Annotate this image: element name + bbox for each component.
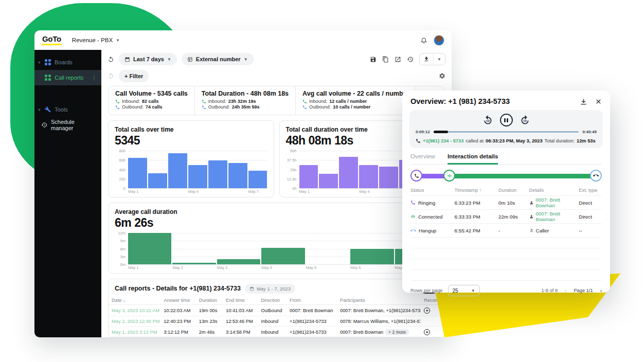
table-row[interactable]: May 1, 2023 3:12 PM 3:12:12 PM 2m 46s 3:… [109,327,444,338]
sidebar-item-call-reports[interactable]: Call reports ⋮ [34,70,101,85]
col-end-time[interactable]: End time [223,296,258,305]
wrench-icon [45,106,51,113]
pause-button[interactable] [500,114,513,126]
bar[interactable] [148,173,167,188]
chevron-down-icon: ▼ [244,57,248,62]
bar[interactable] [208,160,227,188]
col-timestamp[interactable]: Timestamp ↑ [455,188,499,193]
date-range-badge[interactable]: May 1 - 7, 2023 [245,284,295,294]
bar[interactable] [261,248,305,264]
download-split-button[interactable]: ▼ [419,53,445,65]
called-at-value: 06:33:23 PM, May 3, 2023 [486,138,543,143]
bar[interactable] [319,174,338,188]
download-icon[interactable] [420,53,433,65]
interaction-row[interactable]: Connected 6:33:33 PM 22m 09s 0007: Brett… [410,210,602,224]
sidebar-item-tools[interactable]: ▼ Tools [34,102,101,117]
bar[interactable] [339,157,358,188]
interaction-row[interactable]: Ringing 6:33:23 PM 0m 10s 0007: Brett Bo… [410,196,602,210]
cell-date[interactable]: May 3, 2023 10:21 AM [109,305,160,316]
col-direction[interactable]: Direction [258,296,287,305]
sidebar: ▼ Boards Call reports ⋮ ▼ Tools [34,50,101,337]
sidebar-item-schedule-manager[interactable]: Schedule manager [34,117,101,133]
chevron-down-icon[interactable]: ▼ [433,53,445,65]
date-range-filter[interactable]: Last 7 days ▼ [119,53,177,65]
call-timeline [410,170,602,182]
col-ext-type[interactable]: Ext. type [579,188,602,193]
bar[interactable] [217,259,260,264]
play-recording-icon[interactable] [424,307,430,314]
bar[interactable] [228,163,247,188]
page-size-select[interactable]: 25 ▼ [448,285,480,296]
col-from[interactable]: From [287,296,337,305]
cell-participants: 0007: Brett Bowman [340,330,383,335]
save-icon[interactable] [370,56,377,63]
duration: 0m 10s [498,200,529,206]
sidebar-item-boards[interactable]: ▼ Boards [34,55,101,70]
connected-audio-icon[interactable] [443,170,455,182]
table-row[interactable]: May 2, 2023 12:40 PM 12:40:23 PM 13m 23s… [109,316,444,327]
col-answer-time[interactable]: Answer time [160,296,196,305]
cell-date[interactable]: May 2, 2023 12:40 PM [109,316,160,327]
bar[interactable] [350,249,393,265]
bars [128,233,438,264]
tab-interaction-details[interactable]: Interaction details [448,153,498,165]
ringing-icon [410,200,416,205]
bar[interactable] [188,165,207,188]
bar[interactable] [168,153,187,188]
extension-link[interactable]: 0007: Brett Bowman [535,211,579,222]
add-filter-button[interactable]: + Filter [119,70,149,82]
bar[interactable] [379,167,398,188]
cell-duration: 19m 00s [196,305,223,316]
bar[interactable] [128,233,171,264]
tab-overview[interactable]: Overview [410,153,435,164]
caret-down-icon: ▼ [38,108,41,112]
copy-icon[interactable] [382,56,389,63]
empty-row [410,259,602,270]
history-icon[interactable] [407,56,414,63]
bar[interactable] [172,263,216,264]
bar[interactable] [299,165,318,188]
table-row[interactable]: May 3, 2023 10:21 AM 10:22:03 AM 19m 00s… [109,305,444,316]
bar[interactable] [248,171,267,188]
breakdown-filter[interactable]: External number ▼ [182,53,254,65]
export-icon[interactable] [395,56,401,63]
kebab-menu-icon[interactable]: ⋮ [92,75,97,81]
inbound-label: Inbound: [208,99,226,104]
timestamp: 6:33:23 PM [455,200,499,206]
download-icon[interactable] [580,98,587,105]
extension-link[interactable]: 0007: Brett Bowman [535,197,579,208]
col-duration[interactable]: Duration [498,188,529,193]
caller-number[interactable]: +1(981) 234 - 5733 [423,138,463,143]
seek-bar[interactable] [434,131,579,133]
col-duration[interactable]: Duration [196,296,223,305]
col-date[interactable]: Date ↓ [109,296,160,305]
bar[interactable] [359,165,378,188]
call-detail-panel: Overview: +1 (981) 234-5733 10 10 0:05:1… [402,90,610,293]
col-status[interactable]: Status [410,188,455,193]
y-tick: 25h [290,167,297,172]
col-details[interactable]: Details [529,188,579,193]
hangup-phone-icon[interactable] [590,170,602,182]
inbound-label: Inbound: [122,99,140,104]
interaction-row[interactable]: Hangup 6:55:42 PM - Caller -- [410,224,602,238]
play-recording-icon[interactable] [424,329,430,335]
workspace-switcher[interactable]: Revenue - PBX ▼ [72,37,120,43]
inbound-call-icon [202,99,206,104]
more-participants-badge[interactable]: + 2 more [385,329,409,335]
gridline [128,264,438,265]
chart-value: 5345 [115,134,267,148]
close-icon[interactable] [595,98,602,105]
next-page-icon[interactable]: › [600,288,602,294]
gear-icon[interactable] [439,73,445,79]
ringing-phone-icon[interactable] [410,170,422,182]
refresh-icon[interactable] [108,56,114,63]
bar[interactable] [128,158,147,188]
forward-10-icon[interactable]: 10 [520,115,530,125]
cell-date[interactable]: May 1, 2023 3:12 PM [109,327,160,338]
prev-page-icon[interactable]: ‹ [565,288,566,294]
notifications-bell-icon[interactable] [420,37,427,44]
rewind-10-icon[interactable]: 10 [482,115,493,125]
cell-participants: 0007: Brett Bowman, +1(981)234-5733 [337,305,421,316]
user-avatar[interactable] [434,35,444,46]
stat-avg-call-volume: Avg call volume - 22 calls / number Inbo… [295,86,416,115]
